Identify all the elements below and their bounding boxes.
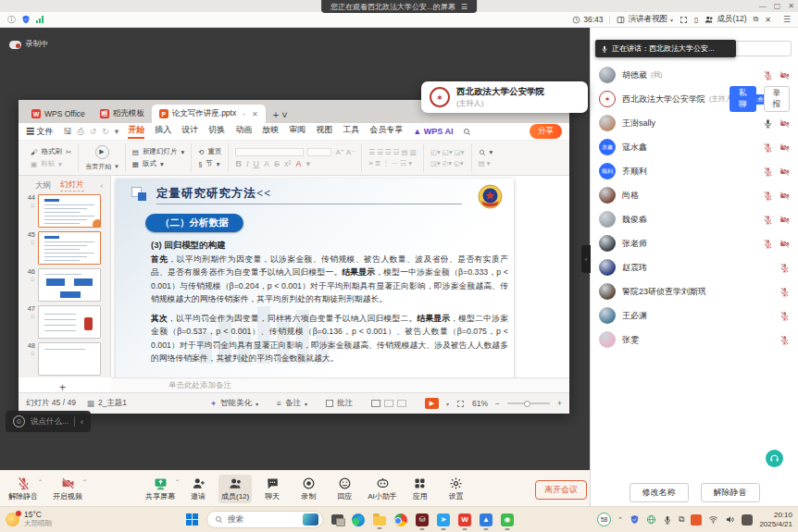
member-row[interactable]: 王澍sally: [591, 111, 798, 135]
wps-menu-2[interactable]: 设计: [181, 124, 198, 139]
zoom-out-button[interactable]: −: [495, 399, 500, 408]
wps-menu-1[interactable]: 插入: [155, 124, 171, 139]
orange-tray-app-icon[interactable]: [691, 514, 702, 526]
zoom-in-button[interactable]: +: [557, 399, 562, 408]
mic-muted-icon[interactable]: [763, 215, 773, 225]
member-row[interactable]: 赵震玮: [591, 255, 798, 279]
slide-thumbnail-47[interactable]: 47✩: [22, 305, 110, 339]
开启视频-button[interactable]: 开启视频⌃: [50, 475, 85, 503]
mic-muted-icon[interactable]: [779, 263, 790, 273]
reset-button[interactable]: ⟲ 重置: [198, 147, 221, 156]
chat-collapse-icon[interactable]: ‹: [81, 417, 83, 427]
wps-document-tab[interactable]: WWPS Office: [24, 105, 93, 123]
watching-banner[interactable]: 您正在观看西北政法大学公安...的屏幕 ☰: [321, 0, 477, 13]
edge-icon[interactable]: [352, 513, 365, 526]
unmute-request-button[interactable]: 解除静音: [701, 483, 760, 502]
member-row[interactable]: 警院23研侦查学刘斯琪: [591, 279, 798, 303]
mic-muted-icon[interactable]: [779, 311, 790, 321]
file-menu[interactable]: ☰ 文件: [26, 126, 54, 138]
mic-muted-icon[interactable]: [763, 70, 773, 80]
camera-off-icon[interactable]: [779, 142, 790, 153]
wps-document-tab[interactable]: P论文写作讲座.pptx▫✕: [152, 105, 266, 123]
wps-menu-3[interactable]: 切换: [208, 124, 225, 139]
camera-off-icon[interactable]: [779, 167, 790, 177]
section-button[interactable]: § 节 ▾: [198, 159, 221, 168]
minimize-button[interactable]: —: [759, 2, 767, 10]
beautify-button[interactable]: ✦智能美化▾: [210, 398, 258, 409]
new-slide-button[interactable]: ▤ 新建幻灯片 ▾: [132, 147, 184, 156]
mic-muted-icon[interactable]: [779, 287, 790, 297]
slide-thumbnail-45[interactable]: 45✩: [22, 231, 110, 265]
defender-icon[interactable]: [630, 514, 640, 525]
tray-mic-icon[interactable]: [663, 515, 672, 525]
tab-close-icon[interactable]: ✕: [252, 110, 258, 118]
panel-close-icon[interactable]: ✕: [765, 16, 771, 24]
回应-button[interactable]: 回应: [329, 475, 360, 503]
close-button[interactable]: ✕: [788, 2, 794, 10]
camera-off-icon[interactable]: [779, 191, 790, 201]
member-row[interactable]: ✶西北政法大学公安学院(主持人)多端入会私聊举报: [591, 87, 798, 111]
chevron-up-icon[interactable]: ⌃: [38, 478, 43, 485]
member-row[interactable]: 魏俊淼: [591, 207, 798, 231]
weather-widget[interactable]: 15°C 大部晴朗: [6, 511, 52, 527]
notes-area[interactable]: 单击此处添加备注: [111, 377, 569, 392]
聊天-button[interactable]: 聊天: [256, 475, 288, 503]
dark-tray-app-icon[interactable]: [742, 514, 753, 526]
share-button[interactable]: 分享: [530, 124, 562, 139]
stock-app-icon[interactable]: ⛁: [416, 513, 429, 526]
layout-button[interactable]: ▦ 版式 ▾: [132, 159, 184, 168]
解除静音-button[interactable]: 解除静音⌃: [6, 475, 41, 503]
chat-placeholder[interactable]: 说点什么...: [31, 416, 69, 427]
wechat-icon[interactable]: ◉: [501, 513, 514, 526]
fit-screen-icon[interactable]: [456, 400, 465, 408]
shield-icon[interactable]: [21, 15, 31, 24]
mic-muted-icon[interactable]: [779, 335, 790, 345]
info-icon[interactable]: ⓘ: [7, 14, 16, 26]
wps-menu-7[interactable]: 视图: [316, 124, 332, 139]
slides-tab[interactable]: 幻灯片: [60, 179, 84, 192]
quick-access-icons[interactable]: 🖫⎙↺↻▾: [64, 127, 119, 137]
camera-off-icon[interactable]: [779, 70, 790, 80]
mic-muted-icon[interactable]: [763, 191, 773, 201]
tab-restore-icon[interactable]: ▫: [243, 110, 245, 118]
tray-expand-icon[interactable]: ⌃: [617, 516, 623, 524]
member-row[interactable]: 水鑫寇水鑫: [591, 135, 798, 159]
report-button[interactable]: 举报: [764, 86, 791, 112]
camera-off-icon[interactable]: [779, 239, 790, 249]
录制-button[interactable]: 录制: [293, 475, 324, 503]
view-mode-icons[interactable]: [371, 400, 406, 407]
slide-thumbnail-48[interactable]: 48✩: [22, 342, 110, 376]
cast-icon[interactable]: ⧉: [679, 514, 684, 525]
search-icon[interactable]: [463, 128, 471, 136]
wps-menu-8[interactable]: 工具: [343, 124, 359, 139]
paste-button[interactable]: ▣ 粘贴 ▾: [31, 159, 71, 168]
emoji-icon[interactable]: ☺: [13, 415, 25, 427]
member-row[interactable]: 胡德葳(我): [591, 63, 798, 87]
wps-menu-9[interactable]: 会员专享: [369, 124, 403, 139]
maximize-button[interactable]: ▢: [774, 2, 781, 10]
file-explorer-icon[interactable]: [373, 516, 386, 526]
成员(12)-button[interactable]: 成员(12): [218, 475, 252, 503]
zoom-slider[interactable]: [507, 402, 550, 404]
new-tab-button[interactable]: + ˅: [273, 109, 288, 120]
slide-thumbnail-44[interactable]: 44✩: [22, 194, 110, 228]
volume-icon[interactable]: [725, 514, 735, 525]
format-painter-button[interactable]: 🖌 格式刷 ✂: [31, 147, 71, 156]
camera-off-icon[interactable]: [779, 215, 790, 225]
设置-button[interactable]: 设置: [441, 475, 472, 503]
panel-collapse-handle[interactable]: ‹: [581, 245, 591, 273]
member-row[interactable]: 尚格: [591, 183, 798, 207]
slide-thumbnail-46[interactable]: 46✩: [22, 268, 110, 302]
wps-menu-0[interactable]: 开始: [128, 124, 144, 139]
fullscreen-icon[interactable]: [680, 16, 688, 24]
private-chat-button[interactable]: 私聊: [729, 86, 756, 112]
wps-menu-6[interactable]: 审阅: [289, 124, 305, 139]
邀请-button[interactable]: 邀请: [182, 475, 214, 503]
notes-toggle[interactable]: ≡备注▾: [277, 398, 307, 409]
chevron-up-icon[interactable]: ⌃: [175, 478, 180, 485]
members-toggle[interactable]: 成员(12): [704, 14, 746, 25]
应用-button[interactable]: 应用: [405, 475, 436, 503]
wps-app-icon[interactable]: W: [458, 513, 471, 526]
wifi-icon[interactable]: [708, 514, 718, 525]
popout-icon[interactable]: ⧉: [754, 15, 759, 24]
